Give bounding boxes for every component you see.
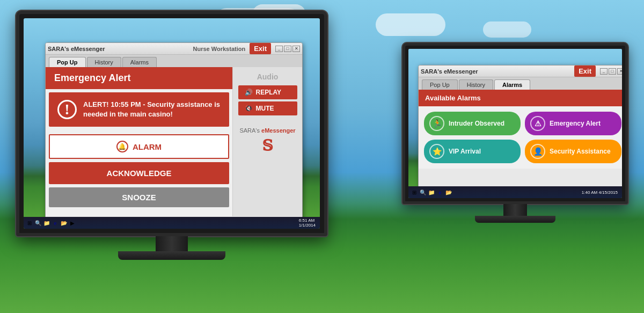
- window-controls-large: _ □ ✕: [275, 46, 300, 52]
- tabs-bar-large: Pop Up History Alarms: [46, 55, 302, 67]
- alarm-bell-icon: 🔔: [116, 141, 128, 152]
- maximize-btn-small[interactable]: □: [609, 68, 616, 75]
- tab-popup-small[interactable]: Pop Up: [422, 79, 458, 90]
- sara-logo-area: SARA's eMessenger 𝕊: [239, 127, 295, 155]
- alarms-grid: 🏃 Intruder Observed ⚠ Emergency Alert ⭐ …: [419, 106, 622, 169]
- sara-s-icon: 𝕊: [262, 137, 273, 155]
- title-bar-large: SARA's eMessenger Nurse Workstation Exit…: [46, 43, 302, 55]
- tab-alarms-small[interactable]: Alarms: [494, 79, 530, 90]
- audio-label: Audio: [257, 72, 279, 81]
- security-icon: 👤: [530, 144, 545, 159]
- alarm-emergency[interactable]: ⚠ Emergency Alert: [525, 112, 621, 135]
- taskbar-start-large: ⊞ 🔍 📁 e 📂 ▶: [26, 219, 76, 227]
- vip-label: VIP Arrival: [449, 148, 481, 155]
- tab-history-small[interactable]: History: [459, 79, 493, 90]
- left-panel-large: Emergency Alert ! ALERT! 10:55 PM - Secu…: [46, 67, 232, 216]
- taskbar-large: ⊞ 🔍 📁 e 📂 ▶ 6:51 AM 1/1/2014: [24, 217, 320, 229]
- snooze-button[interactable]: SNOOZE: [49, 187, 229, 207]
- search-taskbar-icon-small[interactable]: 🔍: [419, 188, 427, 196]
- windows-icon[interactable]: ⊞: [26, 219, 33, 227]
- folder-taskbar-icon-small[interactable]: 📁: [428, 188, 435, 196]
- mute-icon: 🔇: [245, 105, 253, 112]
- media-taskbar-icon[interactable]: ▶: [69, 219, 76, 227]
- vip-icon: ⭐: [429, 144, 444, 159]
- action-buttons-area: 🔔 ALARM ACKNOWLEDGE SNOOZE: [46, 130, 232, 212]
- alert-exclamation-icon: !: [57, 100, 77, 119]
- monitor-large: SARA's eMessenger Nurse Workstation Exit…: [16, 11, 327, 260]
- emergency-label: Emergency Alert: [550, 120, 601, 127]
- acknowledge-button[interactable]: ACKNOWLEDGE: [49, 162, 229, 184]
- app-title-large: SARA's eMessenger: [48, 46, 105, 52]
- close-btn-small[interactable]: ✕: [617, 68, 622, 75]
- alarm-intruder[interactable]: 🏃 Intruder Observed: [424, 112, 521, 135]
- minimize-btn-small[interactable]: _: [600, 68, 608, 75]
- app-window-large: SARA's eMessenger Nurse Workstation Exit…: [45, 42, 303, 225]
- exit-button-large[interactable]: Exit: [250, 43, 271, 54]
- folder2-taskbar-icon[interactable]: 📂: [60, 219, 68, 227]
- maximize-btn-large[interactable]: □: [284, 46, 291, 52]
- content-area-large: Emergency Alert ! ALERT! 10:55 PM - Secu…: [46, 67, 302, 216]
- windows-icon-small[interactable]: ⊞: [411, 188, 418, 196]
- taskbar-start-small: ⊞ 🔍 📁 e 📂: [411, 188, 452, 196]
- tab-history-large[interactable]: History: [87, 57, 121, 67]
- folder-taskbar-icon[interactable]: 📁: [43, 219, 50, 227]
- app-window-small: SARA's eMessenger Exit _ □ ✕ Pop Up: [418, 65, 622, 196]
- speaker-icon: 🔊: [245, 89, 253, 96]
- emergency-icon: ⚠: [530, 116, 545, 131]
- folder2-taskbar-icon-small[interactable]: 📂: [445, 188, 452, 196]
- security-label: Security Assistance: [550, 148, 611, 155]
- taskbar-clock-large: 6:51 AM 1/1/2014: [299, 218, 316, 228]
- ie-taskbar-icon-small[interactable]: e: [436, 188, 444, 196]
- tab-alarms-large[interactable]: Alarms: [122, 57, 157, 67]
- minimize-btn-large[interactable]: _: [275, 46, 283, 52]
- intruder-icon: 🏃: [429, 116, 444, 131]
- alarm-button[interactable]: 🔔 ALARM: [49, 134, 229, 159]
- alarm-security[interactable]: 👤 Security Assistance: [525, 140, 621, 163]
- nurse-workstation-label: Nurse Workstation: [193, 46, 246, 52]
- right-panel-large: Audio 🔊 REPLAY 🔇 MUTE SA: [232, 67, 302, 216]
- mute-button[interactable]: 🔇 MUTE: [238, 101, 297, 115]
- close-btn-large[interactable]: ✕: [292, 46, 300, 52]
- taskbar-clock-small: 1:40 AM 4/15/2015: [582, 190, 618, 195]
- window-controls-small: _ □ ✕: [600, 68, 622, 75]
- alarm-vip[interactable]: ⭐ VIP Arrival: [424, 140, 521, 163]
- alert-message-box: ! ALERT! 10:55 PM - Security assistance …: [49, 92, 229, 127]
- alert-text: ALERT! 10:55 PM - Security assistance is…: [83, 100, 221, 119]
- replay-button[interactable]: 🔊 REPLAY: [238, 85, 297, 99]
- app-title-small: SARA's eMessenger: [421, 68, 478, 75]
- tabs-bar-small: Pop Up History Alarms: [419, 77, 622, 90]
- monitor-small: SARA's eMessenger Exit _ □ ✕ Pop Up: [402, 43, 628, 223]
- sara-logo-text: SARA's eMessenger: [239, 127, 295, 134]
- search-taskbar-icon[interactable]: 🔍: [34, 219, 42, 227]
- taskbar-small: ⊞ 🔍 📁 e 📂 1:40 AM 4/15/2015: [408, 186, 622, 198]
- exit-button-small[interactable]: Exit: [574, 65, 596, 77]
- available-alarms-header: Available Alarms: [419, 90, 622, 106]
- tab-popup-large[interactable]: Pop Up: [49, 57, 86, 67]
- content-area-small: Available Alarms 🏃 Intruder Observed ⚠ E…: [419, 90, 622, 169]
- ie-taskbar-icon[interactable]: e: [52, 219, 59, 227]
- emergency-header: Emergency Alert: [46, 67, 232, 89]
- title-bar-small: SARA's eMessenger Exit _ □ ✕: [419, 65, 622, 77]
- intruder-label: Intruder Observed: [449, 120, 504, 127]
